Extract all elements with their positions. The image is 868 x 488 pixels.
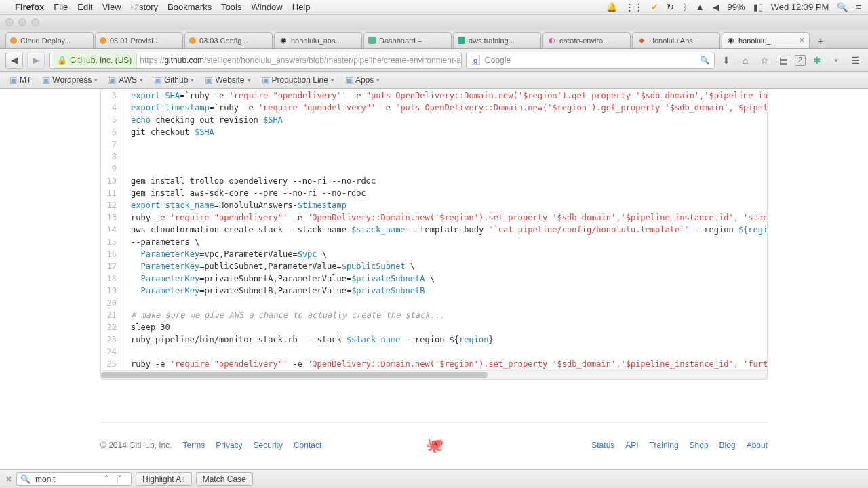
- line-content[interactable]: ParameterKey=privateSubnetA,ParameterVal…: [124, 272, 435, 285]
- wifi-icon[interactable]: ▲: [696, 2, 705, 12]
- footer-contact[interactable]: Contact: [294, 441, 321, 450]
- bookmark-aws[interactable]: ▣AWS▾: [104, 74, 147, 86]
- line-number[interactable]: 7: [101, 138, 124, 150]
- tab-7[interactable]: ◆Honolulu Ans...: [632, 32, 720, 48]
- bookmark-github[interactable]: ▣Github▾: [150, 74, 198, 86]
- bluetooth-icon[interactable]: ᛒ: [682, 2, 688, 12]
- line-content[interactable]: [124, 297, 131, 309]
- line-number[interactable]: 25: [101, 358, 124, 370]
- line-number[interactable]: 13: [101, 211, 124, 224]
- line-content[interactable]: --parameters \: [124, 236, 199, 248]
- footer-blog[interactable]: Blog: [719, 441, 736, 450]
- tab-8[interactable]: ◉honolulu_...✕: [722, 32, 810, 48]
- line-content[interactable]: [124, 150, 131, 163]
- find-prev-button[interactable]: ˄: [104, 474, 117, 484]
- line-content[interactable]: gem install trollop opendelivery --no-ri…: [124, 175, 376, 187]
- line-number[interactable]: 14: [101, 224, 124, 236]
- line-number[interactable]: 10: [101, 175, 124, 187]
- line-content[interactable]: export timestamp=`ruby -e 'require "open…: [124, 102, 767, 114]
- line-content[interactable]: # make sure we give AWS a chance to actu…: [124, 309, 444, 321]
- line-number[interactable]: 19: [101, 285, 124, 297]
- downloads-button[interactable]: ⬇: [719, 53, 734, 68]
- footer-training[interactable]: Training: [650, 441, 679, 450]
- footer-terms[interactable]: Terms: [183, 441, 205, 450]
- bookmark-website[interactable]: ▣Website▾: [201, 74, 254, 86]
- line-number[interactable]: 22: [101, 321, 124, 333]
- spotlight-icon[interactable]: 🔍: [837, 2, 848, 12]
- tab-6[interactable]: ◐create-enviro...: [542, 32, 631, 48]
- minimize-window-button[interactable]: [18, 18, 26, 26]
- zoom-window-button[interactable]: [31, 18, 39, 26]
- onepass-button[interactable]: 2: [795, 55, 806, 66]
- line-number[interactable]: 17: [101, 260, 124, 272]
- menu-edit[interactable]: Edit: [77, 2, 92, 12]
- line-content[interactable]: export SHA=`ruby -e 'require "opendelive…: [124, 89, 767, 102]
- tab-4[interactable]: Dashboard – ...: [363, 32, 452, 48]
- line-content[interactable]: [124, 163, 131, 175]
- highlight-all-button[interactable]: Highlight All: [136, 472, 192, 486]
- menu-file[interactable]: File: [54, 2, 68, 12]
- home-button[interactable]: ⌂: [738, 53, 753, 68]
- menu-bookmarks[interactable]: Bookmarks: [167, 2, 212, 12]
- bookmark-production-line[interactable]: ▣Production Line▾: [258, 74, 338, 86]
- line-number[interactable]: 16: [101, 248, 124, 260]
- line-content[interactable]: ParameterKey=publicSubnet,ParameterValue…: [124, 260, 415, 272]
- notification-icon[interactable]: 🔔: [606, 2, 617, 12]
- match-case-button[interactable]: Match Case: [196, 472, 253, 486]
- line-number[interactable]: 6: [101, 126, 124, 138]
- line-content[interactable]: aws cloudformation create-stack --stack-…: [124, 224, 767, 236]
- back-button[interactable]: ◀: [5, 52, 23, 69]
- close-find-button[interactable]: ✕: [5, 474, 12, 484]
- menu-help[interactable]: Help: [292, 2, 311, 12]
- volume-icon[interactable]: ◀: [713, 2, 719, 12]
- line-number[interactable]: 9: [101, 163, 124, 175]
- tab-3[interactable]: ◉honolulu_ans...: [274, 32, 362, 48]
- github-logo-icon[interactable]: 󠀠🐙: [425, 436, 443, 454]
- footer-status[interactable]: Status: [591, 441, 614, 450]
- app-name[interactable]: Firefox: [15, 2, 44, 12]
- menu-tools[interactable]: Tools: [221, 2, 241, 12]
- tab-2[interactable]: 03.03 Config...: [184, 32, 273, 48]
- line-number[interactable]: 20: [101, 297, 124, 309]
- chevron-down-icon[interactable]: ▾: [829, 53, 844, 68]
- line-number[interactable]: 21: [101, 309, 124, 321]
- footer-privacy[interactable]: Privacy: [216, 441, 242, 450]
- line-number[interactable]: 24: [101, 346, 124, 358]
- addon-button[interactable]: ✱: [810, 53, 825, 68]
- menu-extras-icon[interactable]: ≡: [856, 2, 861, 12]
- line-content[interactable]: ParameterKey=privateSubnetB,ParameterVal…: [124, 285, 425, 297]
- line-content[interactable]: ruby pipeline/bin/monitor_stack.rb --sta…: [124, 333, 494, 346]
- line-content[interactable]: echo checking out revision $SHA: [124, 114, 283, 126]
- sync-icon[interactable]: ⋮⋮: [625, 2, 643, 12]
- site-identity[interactable]: 🔒GitHub, Inc. (US): [52, 52, 137, 68]
- line-number[interactable]: 5: [101, 114, 124, 126]
- line-number[interactable]: 8: [101, 150, 124, 163]
- timemachine-icon[interactable]: ↻: [667, 2, 674, 12]
- reload-button[interactable]: ⟳: [461, 55, 462, 66]
- line-number[interactable]: 3: [101, 89, 124, 102]
- battery-icon[interactable]: ▮▯: [753, 2, 763, 12]
- scrollbar-thumb[interactable]: [101, 372, 488, 378]
- new-tab-button[interactable]: +: [814, 35, 827, 48]
- footer-about[interactable]: About: [747, 441, 768, 450]
- find-input[interactable]: 🔍 monit ˄ ˅: [16, 472, 132, 486]
- line-number[interactable]: 18: [101, 272, 124, 285]
- menu-history[interactable]: History: [131, 2, 158, 12]
- footer-api[interactable]: API: [625, 441, 638, 450]
- bookmarks-list-button[interactable]: ▤: [776, 53, 791, 68]
- search-bar[interactable]: g Google 🔍: [466, 52, 715, 69]
- line-number[interactable]: 15: [101, 236, 124, 248]
- line-content[interactable]: ParameterKey=vpc,ParameterValue=$vpc \: [124, 248, 327, 260]
- url-bar[interactable]: 🔒GitHub, Inc. (US) https://github.com/st…: [49, 52, 462, 69]
- clock[interactable]: Wed 12:39 PM: [771, 2, 829, 12]
- line-content[interactable]: ruby -e 'require "opendelivery"' -e "Ope…: [124, 211, 767, 224]
- line-number[interactable]: 11: [101, 187, 124, 199]
- line-content[interactable]: ruby -e 'require "opendelivery"' -e "Ope…: [124, 358, 767, 370]
- tab-1[interactable]: 05.01 Provisi...: [95, 32, 183, 48]
- bookmark-apps[interactable]: ▣Apps▾: [341, 74, 384, 86]
- bookmark-mt[interactable]: ▣MT: [5, 74, 35, 86]
- line-number[interactable]: 23: [101, 333, 124, 346]
- bookmark-wordpress[interactable]: ▣Wordpress▾: [38, 74, 102, 86]
- line-content[interactable]: export stack_name=HonoluluAnswers-$times…: [124, 199, 347, 211]
- battery-percent[interactable]: 99%: [728, 2, 745, 12]
